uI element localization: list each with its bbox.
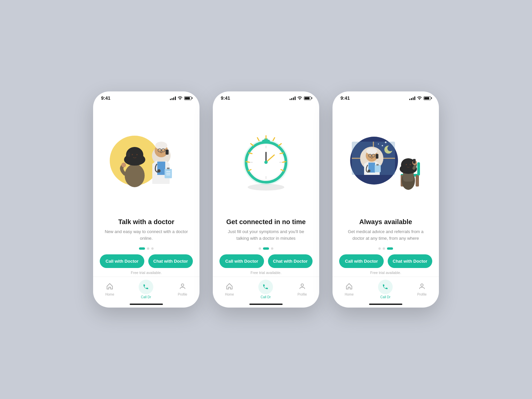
text-area-3: Always available Get medical advice and … [332,215,439,244]
nav-profile-3[interactable]: Profile [417,283,427,296]
nav-home-2[interactable]: Home [225,283,234,296]
status-icons-3 [409,96,431,101]
signal-bars-1 [170,96,176,100]
home-icon-2 [226,283,233,292]
svg-rect-7 [127,152,130,157]
chat-doctor-button-1[interactable]: Chat with Doctor [148,254,193,268]
dot-3-3 [387,247,393,250]
nav-home-3[interactable]: Home [345,283,354,296]
svg-rect-74 [417,162,420,176]
svg-line-42 [257,138,259,141]
screen-desc-3: Get medical advice and referrals from a … [342,228,429,241]
illustration-3 [332,103,439,215]
profile-icon-3 [418,283,426,292]
profile-icon-2 [299,283,306,292]
screen-title-1: Talk with a doctor [103,218,190,226]
screen-title-3: Always available [342,218,429,226]
phone-3: 9:41 [332,91,439,308]
signal-bar [291,98,292,100]
svg-rect-15 [157,162,165,175]
call-doctor-button-3[interactable]: Call with Doctor [339,254,384,268]
svg-rect-19 [167,168,170,169]
svg-rect-83 [413,159,416,164]
illustration-svg-1 [103,126,190,196]
home-indicator-1 [93,301,200,308]
signal-bar [293,97,294,100]
nav-home-label-3: Home [345,293,354,296]
bottom-nav-1: Home Call Dr Profile [93,277,200,301]
screen-desc-1: New and easy way to connect with a docto… [103,228,190,241]
status-bar-1: 9:41 [93,91,200,103]
status-icons-1 [170,96,192,101]
signal-bar [413,97,414,100]
screen-title-2: Get connected in no time [223,218,309,226]
dot-2-1 [259,247,261,250]
wifi-icon-1 [178,96,183,101]
battery-icon-1 [184,96,192,100]
call-doctor-button-2[interactable]: Call with Doctor [219,254,264,268]
buttons-area-2: Call with Doctor Chat with Doctor [213,252,319,269]
free-trial-2: Free trial available. [213,269,319,277]
phone-1: 9:41 [93,91,200,308]
bottom-nav-2: Home Call Dr Profile [213,277,319,301]
profile-icon-1 [179,283,186,292]
buttons-area-1: Call with Doctor Chat with Doctor [93,252,200,269]
bottom-nav-3: Home Call Dr Profile [332,277,439,301]
home-indicator-2 [213,301,319,308]
signal-bar [172,98,173,100]
svg-point-6 [136,154,138,155]
nav-calldr-1[interactable]: Call Dr [139,280,153,299]
svg-rect-68 [376,154,378,159]
status-time-1: 9:41 [101,95,110,101]
svg-line-38 [273,138,275,141]
dot-3-1 [378,247,381,250]
home-indicator-3 [332,301,439,308]
nav-active-circle-2 [258,280,273,294]
svg-point-11 [155,142,167,150]
nav-calldr-label-1: Call Dr [141,295,151,299]
dot-1-1 [139,247,145,250]
dots-2 [213,244,319,252]
nav-profile-label-3: Profile [417,293,427,296]
dot-2-2 [263,247,269,250]
svg-point-48 [301,284,303,286]
dot-1-2 [147,247,149,250]
battery-icon-3 [424,96,431,100]
nav-profile-label-1: Profile [178,293,187,296]
svg-rect-69 [375,165,381,172]
signal-bar [411,98,412,100]
home-bar-1 [130,304,163,305]
svg-point-16 [157,169,161,173]
signal-bar [170,99,171,100]
text-area-1: Talk with a doctor New and easy way to c… [93,215,200,244]
call-doctor-button-1[interactable]: Call with Doctor [100,254,144,268]
nav-calldr-label-3: Call Dr [380,295,391,299]
status-time-2: 9:41 [221,95,230,101]
home-icon-3 [345,283,353,292]
chat-doctor-button-3[interactable]: Chat with Doctor [388,254,432,268]
free-trial-3: Free trial available. [332,269,439,277]
phone-2: 9:41 [213,91,319,308]
nav-profile-1[interactable]: Profile [178,283,187,296]
signal-bar [175,96,176,100]
svg-line-40 [280,153,283,154]
status-icons-2 [290,96,311,101]
nav-calldr-3[interactable]: Call Dr [378,280,393,299]
nav-calldr-2[interactable]: Call Dr [258,280,273,299]
nav-home-1[interactable]: Home [105,283,114,296]
dot-2-3 [271,247,273,250]
status-bar-3: 9:41 [332,91,439,103]
svg-rect-70 [376,164,379,166]
nav-profile-2[interactable]: Profile [298,283,307,296]
signal-bars-3 [409,96,415,100]
nav-home-label-2: Home [225,293,234,296]
wifi-icon-3 [417,96,422,101]
free-trial-1: Free trial available. [93,269,200,277]
illustration-2 [213,103,319,215]
wifi-icon-2 [297,96,302,101]
battery-icon-2 [304,96,311,100]
chat-doctor-button-2[interactable]: Chat with Doctor [268,254,313,268]
home-bar-3 [369,304,402,305]
svg-point-1 [125,164,145,187]
svg-point-4 [124,154,145,166]
